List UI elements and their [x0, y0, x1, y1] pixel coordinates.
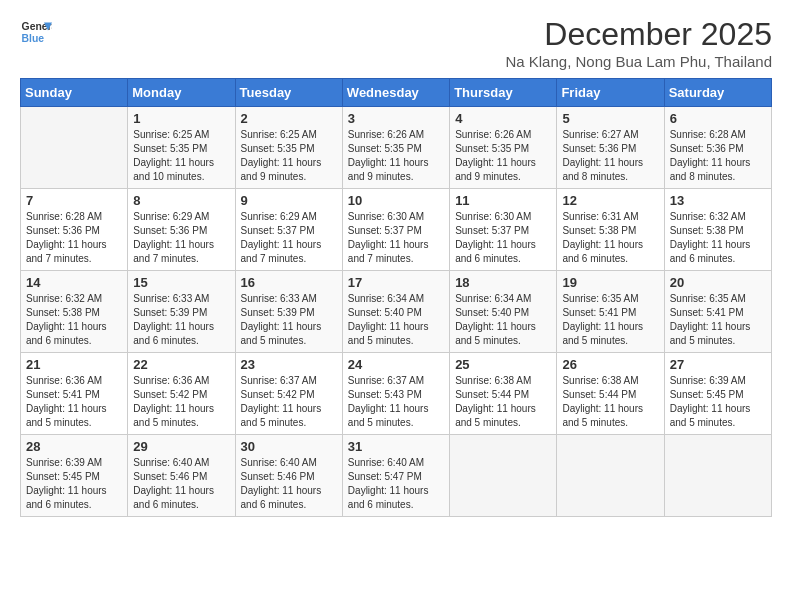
calendar-cell: 6Sunrise: 6:28 AMSunset: 5:36 PMDaylight…	[664, 107, 771, 189]
calendar-cell: 22Sunrise: 6:36 AMSunset: 5:42 PMDayligh…	[128, 353, 235, 435]
day-number: 30	[241, 439, 337, 454]
calendar-cell: 2Sunrise: 6:25 AMSunset: 5:35 PMDaylight…	[235, 107, 342, 189]
calendar-cell: 18Sunrise: 6:34 AMSunset: 5:40 PMDayligh…	[450, 271, 557, 353]
header-wednesday: Wednesday	[342, 79, 449, 107]
day-info: Sunrise: 6:35 AMSunset: 5:41 PMDaylight:…	[670, 292, 766, 348]
calendar-week-1: 1Sunrise: 6:25 AMSunset: 5:35 PMDaylight…	[21, 107, 772, 189]
day-info: Sunrise: 6:32 AMSunset: 5:38 PMDaylight:…	[26, 292, 122, 348]
day-info: Sunrise: 6:25 AMSunset: 5:35 PMDaylight:…	[133, 128, 229, 184]
header-saturday: Saturday	[664, 79, 771, 107]
day-info: Sunrise: 6:38 AMSunset: 5:44 PMDaylight:…	[562, 374, 658, 430]
calendar-cell: 27Sunrise: 6:39 AMSunset: 5:45 PMDayligh…	[664, 353, 771, 435]
day-number: 16	[241, 275, 337, 290]
header-sunday: Sunday	[21, 79, 128, 107]
calendar-cell: 21Sunrise: 6:36 AMSunset: 5:41 PMDayligh…	[21, 353, 128, 435]
day-info: Sunrise: 6:33 AMSunset: 5:39 PMDaylight:…	[241, 292, 337, 348]
calendar-cell	[664, 435, 771, 517]
calendar-week-3: 14Sunrise: 6:32 AMSunset: 5:38 PMDayligh…	[21, 271, 772, 353]
calendar-cell: 25Sunrise: 6:38 AMSunset: 5:44 PMDayligh…	[450, 353, 557, 435]
day-info: Sunrise: 6:30 AMSunset: 5:37 PMDaylight:…	[348, 210, 444, 266]
day-number: 15	[133, 275, 229, 290]
day-number: 22	[133, 357, 229, 372]
day-info: Sunrise: 6:37 AMSunset: 5:42 PMDaylight:…	[241, 374, 337, 430]
day-number: 29	[133, 439, 229, 454]
day-info: Sunrise: 6:36 AMSunset: 5:41 PMDaylight:…	[26, 374, 122, 430]
day-info: Sunrise: 6:36 AMSunset: 5:42 PMDaylight:…	[133, 374, 229, 430]
day-info: Sunrise: 6:39 AMSunset: 5:45 PMDaylight:…	[670, 374, 766, 430]
day-info: Sunrise: 6:33 AMSunset: 5:39 PMDaylight:…	[133, 292, 229, 348]
calendar-cell: 20Sunrise: 6:35 AMSunset: 5:41 PMDayligh…	[664, 271, 771, 353]
calendar-cell: 28Sunrise: 6:39 AMSunset: 5:45 PMDayligh…	[21, 435, 128, 517]
calendar-cell: 24Sunrise: 6:37 AMSunset: 5:43 PMDayligh…	[342, 353, 449, 435]
calendar-cell: 7Sunrise: 6:28 AMSunset: 5:36 PMDaylight…	[21, 189, 128, 271]
calendar-cell: 1Sunrise: 6:25 AMSunset: 5:35 PMDaylight…	[128, 107, 235, 189]
header-friday: Friday	[557, 79, 664, 107]
day-info: Sunrise: 6:32 AMSunset: 5:38 PMDaylight:…	[670, 210, 766, 266]
calendar-cell: 17Sunrise: 6:34 AMSunset: 5:40 PMDayligh…	[342, 271, 449, 353]
day-number: 13	[670, 193, 766, 208]
day-number: 10	[348, 193, 444, 208]
day-number: 19	[562, 275, 658, 290]
calendar-header-row: SundayMondayTuesdayWednesdayThursdayFrid…	[21, 79, 772, 107]
location-title: Na Klang, Nong Bua Lam Phu, Thailand	[505, 53, 772, 70]
day-number: 17	[348, 275, 444, 290]
day-number: 20	[670, 275, 766, 290]
calendar-cell: 19Sunrise: 6:35 AMSunset: 5:41 PMDayligh…	[557, 271, 664, 353]
day-number: 7	[26, 193, 122, 208]
calendar-week-2: 7Sunrise: 6:28 AMSunset: 5:36 PMDaylight…	[21, 189, 772, 271]
day-number: 12	[562, 193, 658, 208]
calendar-cell: 3Sunrise: 6:26 AMSunset: 5:35 PMDaylight…	[342, 107, 449, 189]
calendar-cell: 9Sunrise: 6:29 AMSunset: 5:37 PMDaylight…	[235, 189, 342, 271]
day-number: 6	[670, 111, 766, 126]
day-info: Sunrise: 6:34 AMSunset: 5:40 PMDaylight:…	[455, 292, 551, 348]
calendar-cell: 4Sunrise: 6:26 AMSunset: 5:35 PMDaylight…	[450, 107, 557, 189]
header-tuesday: Tuesday	[235, 79, 342, 107]
day-info: Sunrise: 6:29 AMSunset: 5:36 PMDaylight:…	[133, 210, 229, 266]
calendar-cell: 30Sunrise: 6:40 AMSunset: 5:46 PMDayligh…	[235, 435, 342, 517]
day-info: Sunrise: 6:39 AMSunset: 5:45 PMDaylight:…	[26, 456, 122, 512]
calendar-cell: 10Sunrise: 6:30 AMSunset: 5:37 PMDayligh…	[342, 189, 449, 271]
day-number: 23	[241, 357, 337, 372]
day-info: Sunrise: 6:38 AMSunset: 5:44 PMDaylight:…	[455, 374, 551, 430]
calendar-cell: 13Sunrise: 6:32 AMSunset: 5:38 PMDayligh…	[664, 189, 771, 271]
day-info: Sunrise: 6:31 AMSunset: 5:38 PMDaylight:…	[562, 210, 658, 266]
month-title: December 2025	[505, 16, 772, 53]
day-number: 31	[348, 439, 444, 454]
page-header: General Blue December 2025 Na Klang, Non…	[20, 16, 772, 70]
day-number: 5	[562, 111, 658, 126]
calendar-cell: 8Sunrise: 6:29 AMSunset: 5:36 PMDaylight…	[128, 189, 235, 271]
logo: General Blue	[20, 16, 52, 48]
day-info: Sunrise: 6:26 AMSunset: 5:35 PMDaylight:…	[455, 128, 551, 184]
day-info: Sunrise: 6:40 AMSunset: 5:47 PMDaylight:…	[348, 456, 444, 512]
day-number: 27	[670, 357, 766, 372]
header-thursday: Thursday	[450, 79, 557, 107]
svg-text:Blue: Blue	[22, 33, 45, 44]
calendar-cell: 29Sunrise: 6:40 AMSunset: 5:46 PMDayligh…	[128, 435, 235, 517]
day-number: 1	[133, 111, 229, 126]
title-block: December 2025 Na Klang, Nong Bua Lam Phu…	[505, 16, 772, 70]
day-info: Sunrise: 6:37 AMSunset: 5:43 PMDaylight:…	[348, 374, 444, 430]
day-info: Sunrise: 6:27 AMSunset: 5:36 PMDaylight:…	[562, 128, 658, 184]
day-number: 26	[562, 357, 658, 372]
day-number: 14	[26, 275, 122, 290]
day-info: Sunrise: 6:30 AMSunset: 5:37 PMDaylight:…	[455, 210, 551, 266]
day-number: 9	[241, 193, 337, 208]
calendar-cell: 15Sunrise: 6:33 AMSunset: 5:39 PMDayligh…	[128, 271, 235, 353]
calendar-cell: 12Sunrise: 6:31 AMSunset: 5:38 PMDayligh…	[557, 189, 664, 271]
day-number: 8	[133, 193, 229, 208]
calendar-cell	[21, 107, 128, 189]
day-info: Sunrise: 6:34 AMSunset: 5:40 PMDaylight:…	[348, 292, 444, 348]
day-info: Sunrise: 6:35 AMSunset: 5:41 PMDaylight:…	[562, 292, 658, 348]
day-number: 18	[455, 275, 551, 290]
day-number: 4	[455, 111, 551, 126]
calendar-cell	[557, 435, 664, 517]
calendar-cell	[450, 435, 557, 517]
day-number: 3	[348, 111, 444, 126]
day-info: Sunrise: 6:28 AMSunset: 5:36 PMDaylight:…	[670, 128, 766, 184]
day-info: Sunrise: 6:40 AMSunset: 5:46 PMDaylight:…	[133, 456, 229, 512]
calendar-cell: 14Sunrise: 6:32 AMSunset: 5:38 PMDayligh…	[21, 271, 128, 353]
day-number: 25	[455, 357, 551, 372]
calendar-cell: 11Sunrise: 6:30 AMSunset: 5:37 PMDayligh…	[450, 189, 557, 271]
day-number: 21	[26, 357, 122, 372]
day-info: Sunrise: 6:26 AMSunset: 5:35 PMDaylight:…	[348, 128, 444, 184]
